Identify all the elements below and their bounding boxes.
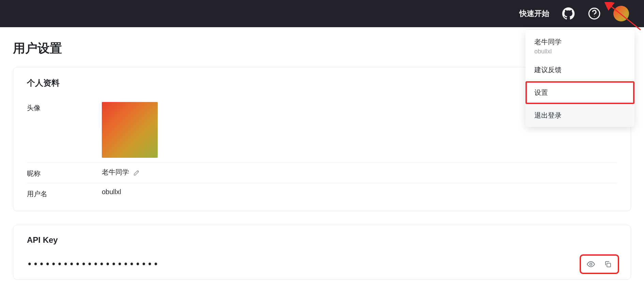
profile-row-nickname: 昵称 老牛同学 (27, 163, 617, 183)
svg-rect-4 (607, 263, 611, 267)
top-header: 快速开始 (0, 0, 644, 27)
avatar-image[interactable] (102, 102, 158, 158)
svg-point-3 (590, 263, 592, 266)
github-icon[interactable] (562, 7, 575, 20)
user-dropdown: 老牛同学 obullxl 建议反馈 设置 退出登录 (525, 30, 634, 127)
help-icon[interactable] (587, 7, 601, 20)
github-icon-svg (562, 7, 575, 20)
api-section-title: API Key (27, 235, 617, 245)
username-value: obullxl (102, 188, 121, 196)
copy-icon (604, 260, 612, 268)
dropdown-user-block: 老牛同学 obullxl (525, 30, 634, 58)
api-key-row: •••••••••••••••••••••• (27, 254, 617, 272)
profile-row-username: 用户名 obullxl (27, 183, 617, 203)
dropdown-item-feedback[interactable]: 建议反馈 (525, 58, 634, 81)
username-label: 用户名 (27, 188, 102, 199)
svg-point-1 (594, 16, 595, 17)
nickname-value: 老牛同学 (102, 168, 129, 177)
api-key-masked: •••••••••••••••••••••• (27, 259, 159, 269)
api-key-card: API Key •••••••••••••••••••••• (13, 225, 631, 280)
dropdown-username: obullxl (534, 48, 626, 55)
api-key-actions (582, 256, 617, 272)
help-icon-svg (588, 7, 601, 20)
reveal-key-button[interactable] (586, 259, 596, 269)
nickname-label: 昵称 (27, 168, 102, 178)
dropdown-display-name: 老牛同学 (534, 37, 626, 47)
dropdown-item-settings[interactable]: 设置 (525, 81, 634, 104)
pencil-icon (133, 169, 141, 176)
edit-nickname-icon[interactable] (133, 169, 141, 176)
avatar-label: 头像 (27, 102, 102, 113)
avatar-button[interactable] (613, 6, 629, 21)
quick-start-link[interactable]: 快速开始 (519, 9, 549, 19)
eye-icon (586, 260, 595, 269)
dropdown-item-logout[interactable]: 退出登录 (525, 104, 634, 127)
copy-key-button[interactable] (603, 259, 613, 269)
